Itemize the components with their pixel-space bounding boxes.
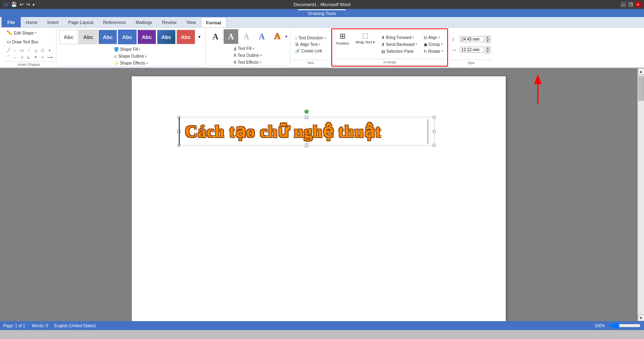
document-area: Cách tạo chữ nghệ thuật: [0, 68, 637, 321]
rotation-handle[interactable]: [305, 110, 309, 114]
textbox-outer: Cách tạo chữ nghệ thuật: [178, 117, 435, 146]
shape8[interactable]: ◇: [19, 54, 25, 60]
style-btn-1[interactable]: Abc: [59, 30, 78, 44]
selection-pane-button[interactable]: ▤ Selection Pane: [379, 48, 420, 54]
quick-redo[interactable]: ↪: [26, 2, 30, 7]
create-link-icon: 🔗: [295, 49, 300, 53]
language: English (United States): [54, 324, 96, 328]
draw-text-box-button[interactable]: ▭ Draw Text Box: [4, 38, 41, 45]
group-button[interactable]: ▣ Group ▾: [421, 41, 445, 48]
tab-review[interactable]: Review: [157, 17, 181, 27]
send-backward-button[interactable]: ⬇ Send Backward ▾: [379, 41, 420, 48]
more-shapes[interactable]: ▾: [46, 47, 53, 54]
style-btn-5[interactable]: Abc: [137, 30, 156, 44]
tab-format[interactable]: Format: [201, 17, 226, 27]
textbox-container[interactable]: Cách tạo chữ nghệ thuật: [178, 117, 435, 146]
zoom-slider[interactable]: [608, 323, 641, 328]
bring-forward-button[interactable]: ⬆ Bring Forward ▾: [379, 35, 420, 41]
height-input[interactable]: [460, 36, 484, 42]
text-outline-button[interactable]: A Text Outline ▾: [231, 52, 264, 58]
style-btn-4[interactable]: Abc: [118, 30, 137, 44]
wordart-style-1[interactable]: A: [208, 29, 223, 44]
oval-shape[interactable]: ○: [26, 47, 32, 54]
shape-outline-button[interactable]: ▱ Shape Outline ▾: [111, 53, 150, 59]
wordart-dropdown[interactable]: ▾: [285, 29, 287, 44]
tab-references[interactable]: References: [98, 17, 131, 27]
restore-button[interactable]: ❐: [628, 2, 633, 7]
shape-fill-icon: 🪣: [114, 47, 119, 52]
wordart-text[interactable]: Cách tạo chữ nghệ thuật: [185, 121, 428, 141]
triangle-shape[interactable]: △: [33, 47, 39, 54]
height-up-button[interactable]: ▲: [485, 36, 490, 39]
minimize-button[interactable]: —: [620, 2, 626, 7]
width-up-button[interactable]: ▲: [485, 46, 490, 50]
text-effects-button[interactable]: A Text Effects ▾: [231, 59, 264, 65]
shape11[interactable]: ☆: [39, 54, 46, 60]
shape12[interactable]: ⟶: [46, 54, 53, 60]
red-arrow-annotation: [528, 73, 548, 106]
wordart-style-2[interactable]: A: [224, 29, 238, 44]
tab-home[interactable]: Home: [21, 17, 42, 27]
shape5[interactable]: ⬡: [39, 47, 46, 54]
tab-view[interactable]: View: [181, 17, 201, 27]
shape-effects-button[interactable]: ✨ Shape Effects ▾: [111, 60, 150, 66]
style-btn-3[interactable]: Abc: [98, 30, 117, 44]
tab-file[interactable]: File: [2, 17, 21, 27]
rotate-button[interactable]: ↻ Rotate ▾: [421, 48, 445, 54]
scroll-up-button[interactable]: ▲: [638, 68, 644, 75]
vertical-scrollbar[interactable]: ▲ ▼: [637, 68, 644, 321]
style-dropdown[interactable]: ▾: [196, 30, 202, 44]
edit-shape-button[interactable]: ✏️ Edit Shape ▾: [4, 29, 39, 37]
shape7[interactable]: ⌣: [12, 54, 18, 60]
scroll-down-button[interactable]: ▼: [638, 315, 644, 321]
drawing-tools-label: Drawing Tools: [298, 9, 346, 17]
align-button[interactable]: ⊟ Align ▾: [421, 35, 445, 41]
text-outline-icon: A: [234, 53, 237, 58]
shape9[interactable]: ⊾: [26, 54, 32, 60]
window-title: Document1 - Microsoft Word: [294, 2, 350, 7]
arrow-shape[interactable]: →: [12, 47, 18, 54]
height-label: ↕: [452, 37, 459, 42]
quick-dropdown[interactable]: ▾: [33, 2, 35, 7]
tab-page-layout[interactable]: Page Layout: [63, 17, 98, 27]
text-direction-button[interactable]: ↕ Text Direction ▾: [293, 35, 329, 41]
ribbon-tabs: File Home Insert Page Layout References …: [0, 17, 644, 28]
scroll-thumb[interactable]: [638, 76, 644, 101]
text-fill-icon: A̲: [234, 46, 237, 51]
wordart-style-5[interactable]: A: [270, 29, 285, 44]
insert-shapes-label: Insert Shapes: [4, 61, 54, 67]
style-btn-2[interactable]: Abc: [79, 30, 98, 44]
close-button[interactable]: ✕: [635, 2, 641, 7]
height-down-button[interactable]: ▼: [485, 39, 490, 43]
textbox-inner: Cách tạo chữ nghệ thuật: [179, 117, 434, 145]
wordart-style-3[interactable]: A: [239, 29, 254, 44]
align-icon: ⊟: [424, 35, 427, 40]
tab-mailings[interactable]: Mailings: [131, 17, 157, 27]
tab-insert[interactable]: Insert: [42, 17, 63, 27]
text-direction-icon: ↕: [295, 36, 297, 40]
width-input[interactable]: [460, 47, 484, 53]
quick-save[interactable]: 💾: [11, 2, 17, 7]
text-cursor: [428, 119, 428, 144]
text-fill-button[interactable]: A̲ Text Fill ▾: [231, 45, 264, 52]
line-shape[interactable]: ╱: [5, 47, 11, 54]
wordart-style-4[interactable]: A: [255, 29, 269, 44]
position-button[interactable]: ⊞ Position: [334, 30, 352, 47]
create-link-button[interactable]: 🔗 Create Link: [293, 48, 329, 54]
shape-fill-button[interactable]: 🪣 Shape Fill ▾: [111, 46, 150, 52]
arrange-group: ⊞ Position ⬚ Wrap Text ▾: [331, 28, 448, 67]
shape6[interactable]: ⌒: [5, 54, 11, 60]
shapes-grid: ╱ → ▭ ○ △ ⬡ ▾ ⌒ ⌣ ◇ ⊾ ✦ ☆ ⟶: [4, 46, 54, 61]
style-btn-6[interactable]: Abc: [157, 30, 176, 44]
align-text-button[interactable]: ☰ Align Text ▾: [293, 41, 329, 48]
edit-shape-dropdown: ▾: [35, 31, 37, 35]
rect-shape[interactable]: ▭: [19, 47, 25, 54]
size-group-label: Size: [450, 60, 492, 66]
shape10[interactable]: ✦: [33, 54, 39, 60]
width-down-button[interactable]: ▼: [485, 50, 490, 54]
quick-undo[interactable]: ↩: [20, 2, 24, 7]
ribbon: ✏️ Edit Shape ▾ ▭ Draw Text Box ╱ → ▭: [0, 28, 644, 68]
group-icon: ▣: [424, 42, 427, 47]
wrap-text-button[interactable]: ⬚ Wrap Text ▾: [353, 30, 378, 46]
style-btn-7[interactable]: Abc: [176, 30, 195, 44]
